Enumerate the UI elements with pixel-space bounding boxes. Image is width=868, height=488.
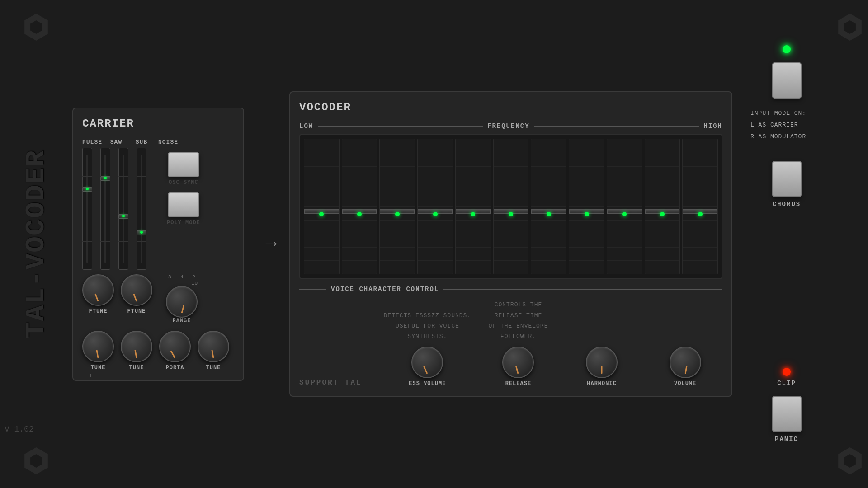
vocoder-volume-label: VOLUME	[674, 380, 696, 387]
band-10[interactable]	[645, 139, 680, 274]
harmonic-label: HARMONIC	[587, 380, 617, 387]
ess-section: DETECTS ESSSZZ SOUNDS. USEFUL FOR VOICE …	[383, 310, 472, 387]
support-tal-text: SUPPORT TAL	[299, 379, 362, 387]
freq-header: LOW FREQUENCY HIGH	[299, 122, 722, 130]
ftune1-label: FTUNE	[89, 308, 107, 314]
vocoder-bottom-left: SUPPORT TAL	[299, 365, 374, 387]
tune1-knob[interactable]	[82, 331, 114, 362]
ftune1-knob[interactable]	[82, 274, 114, 306]
harmonic-knob[interactable]	[586, 347, 618, 378]
carrier-panel: CARRIER PULSE SAW SUB NOISE	[72, 108, 244, 381]
ess-desc-line1: DETECTS ESSSZZ SOUNDS.	[383, 310, 472, 321]
range-tick-2: 2	[192, 274, 195, 280]
tune2-label: TUNE	[129, 365, 144, 371]
carrier-knobs-row1: FTUNE FTUNE 8 4 2 10 RANGE	[82, 274, 234, 324]
tune3-label: TUNE	[206, 365, 221, 371]
panic-button[interactable]	[772, 396, 802, 432]
freq-high-label: HIGH	[703, 122, 722, 130]
tune3-knob[interactable]	[198, 331, 229, 362]
clip-label: CLIP	[777, 380, 796, 387]
hex-bolt-top-right	[836, 14, 863, 41]
chorus-label: CHORUS	[773, 201, 801, 208]
tal-logo: TAL-VOCODER	[21, 150, 52, 338]
tune1-wrapper: TUNE	[82, 331, 114, 371]
osc-label-pulse: PULSE	[82, 139, 99, 145]
power-led	[783, 45, 791, 53]
tune2-wrapper: TUNE	[121, 331, 152, 371]
range-tick-8: 8	[168, 274, 171, 280]
porta-label: PORTA	[165, 365, 184, 371]
band-5[interactable]	[455, 139, 491, 274]
band-4[interactable]	[417, 139, 453, 274]
osc-sync-label: OSC SYNC	[169, 179, 198, 186]
clip-led	[783, 368, 791, 376]
carrier-title: CARRIER	[82, 117, 234, 130]
side-left: TAL-VOCODER V 1.02	[0, 0, 72, 488]
band-3[interactable]	[379, 139, 415, 274]
band-1[interactable]	[304, 139, 340, 274]
osc-sliders-group	[82, 148, 146, 270]
poly-mode-wrapper: POLY MODE	[167, 192, 200, 226]
range-knob[interactable]	[166, 286, 198, 318]
range-tick-4: 4	[180, 274, 184, 280]
arrow-icon: →	[265, 233, 277, 255]
pulse-slider[interactable]	[82, 148, 92, 270]
ess-volume-knob[interactable]	[411, 347, 443, 378]
noise-slider[interactable]	[137, 148, 146, 270]
band-9[interactable]	[607, 139, 642, 274]
osc-labels: PULSE SAW SUB NOISE	[82, 139, 234, 145]
carrier-knobs-row2: TUNE TUNE PORTA TUNE	[82, 331, 234, 371]
release-wrapper: RELEASE	[502, 347, 534, 387]
voice-char-label: VOICE CHARACTER CONTROL	[331, 286, 439, 293]
hex-bolt-bottom-right	[836, 447, 863, 474]
range-label: RANGE	[172, 318, 191, 324]
ftune1-wrapper: FTUNE	[82, 274, 114, 324]
porta-knob[interactable]	[159, 331, 191, 362]
voice-char-header: VOICE CHARACTER CONTROL	[299, 286, 722, 293]
range-wrapper: 8 4 2 10 RANGE	[164, 274, 200, 324]
sub-slider-container	[118, 148, 128, 270]
clip-section: CLIP	[777, 368, 796, 387]
freq-line-right	[534, 126, 699, 127]
harmonic-wrapper: HARMONIC	[586, 347, 618, 387]
ess-volume-label: ESS VOLUME	[409, 380, 446, 387]
chorus-section: CHORUS	[772, 161, 802, 208]
band-6[interactable]	[493, 139, 529, 274]
hex-bolt-top-left	[23, 14, 50, 41]
vocoder-volume-knob[interactable]	[670, 347, 701, 378]
input-l-label: L AS CARRIER	[750, 119, 806, 131]
release-section: CONTROLS THE RELEASE TIME OF THE ENVELOP…	[481, 300, 556, 387]
sub-slider[interactable]	[118, 148, 128, 270]
band-7[interactable]	[531, 139, 566, 274]
release-desc-line2: OF THE ENVELOPE FOLLOWER.	[481, 321, 556, 342]
poly-mode-button[interactable]	[168, 192, 199, 217]
bands-container	[304, 139, 718, 274]
band-sliders-area	[299, 134, 722, 279]
vocoder-panel: VOCODER LOW FREQUENCY HIGH	[289, 91, 732, 397]
input-mode-info: INPUT MODE ON: L AS CARRIER R AS MODULAT…	[750, 108, 806, 143]
saw-slider[interactable]	[100, 148, 110, 270]
poly-mode-label: POLY MODE	[167, 220, 200, 226]
osc-buttons: OSC SYNC POLY MODE	[167, 152, 200, 226]
vocoder-bottom-controls: SUPPORT TAL DETECTS ESSSZZ SOUNDS. USEFU…	[299, 300, 722, 387]
osc-sync-button[interactable]	[168, 152, 199, 177]
arrow-section: →	[253, 233, 289, 255]
osc-label-saw: SAW	[108, 139, 125, 145]
tune2-knob[interactable]	[121, 331, 152, 362]
osc-label-sub: SUB	[133, 139, 150, 145]
volume-section: VOLUME	[648, 347, 722, 387]
input-mode-button[interactable]	[772, 62, 802, 99]
ftune2-knob[interactable]	[121, 274, 152, 306]
chorus-button[interactable]	[772, 161, 802, 197]
side-right-decoration	[832, 0, 868, 488]
release-knob[interactable]	[502, 347, 534, 378]
band-11[interactable]	[682, 139, 718, 274]
tune3-wrapper: TUNE	[198, 331, 229, 371]
band-8[interactable]	[569, 139, 604, 274]
input-mode-title: INPUT MODE ON:	[750, 108, 806, 119]
saw-slider-container	[100, 148, 110, 270]
range-tick-10: 10	[192, 281, 198, 286]
version-text: V 1.02	[5, 425, 34, 434]
input-r-label: R AS MODULATOR	[750, 131, 806, 143]
band-2[interactable]	[342, 139, 377, 274]
